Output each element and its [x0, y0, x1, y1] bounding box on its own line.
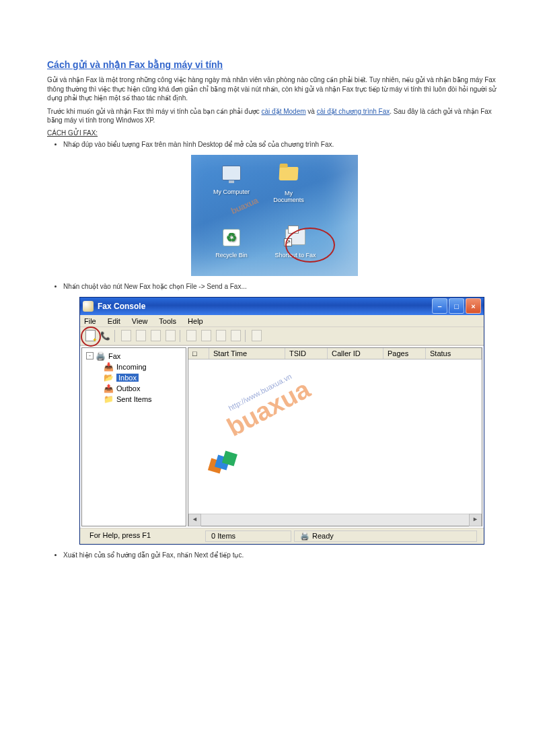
tree-root-label: Fax — [108, 352, 120, 360]
status-help-text: For Help, press F1 — [84, 530, 203, 542]
titlebar[interactable]: Fax Console – □ × — [80, 298, 484, 315]
watermark-logo: ◆◆◆ — [200, 440, 243, 480]
prereq-text-before: Trước khi muốn gửi và nhận Fax thì máy v… — [47, 108, 262, 115]
horizontal-scrollbar[interactable]: ◄ ► — [188, 514, 482, 526]
list-header: □ Start Time TSID Caller ID Pages Status — [188, 348, 482, 359]
toolbar-button-8[interactable] — [199, 329, 213, 343]
col-caller-id[interactable]: Caller ID — [328, 348, 383, 359]
outbox-icon: 📤 — [104, 384, 114, 393]
scroll-right-button[interactable]: ► — [469, 514, 482, 526]
prereq-text-mid: và — [306, 108, 317, 115]
menubar: File Edit View Tools Help — [80, 315, 484, 327]
toolbar-separator — [245, 330, 247, 342]
col-icon[interactable]: □ — [188, 348, 209, 359]
my-computer-label: My Computer — [211, 188, 252, 195]
sent-icon: 📁 — [104, 394, 114, 404]
recycle-bin-label: Recycle Bin — [211, 252, 252, 259]
scroll-left-button[interactable]: ◄ — [188, 514, 201, 526]
incoming-icon: 📥 — [104, 362, 114, 372]
toolbar-button-11[interactable] — [250, 329, 263, 343]
col-start-time[interactable]: Start Time — [209, 348, 285, 359]
printer-icon: 🖨️ — [300, 532, 309, 540]
watermark: http://www.buaxua.vn buaxua — [219, 367, 315, 442]
toolbar-new-fax-button[interactable]: ✦ — [83, 329, 97, 343]
tree-outbox-label: Outbox — [116, 384, 140, 392]
tree-incoming-label: Incoming — [116, 363, 147, 371]
fax-icon — [285, 229, 305, 245]
statusbar: For Help, press F1 0 Items 🖨️Ready — [80, 528, 484, 544]
app-icon — [83, 301, 94, 312]
status-ready: 🖨️Ready — [294, 530, 477, 542]
link-install-fax-program[interactable]: cài đặt chương trình Fax — [317, 108, 390, 115]
toolbar-button-4[interactable] — [134, 329, 147, 343]
fax-console-window: Fax Console – □ × File Edit View Tools H… — [79, 297, 484, 545]
menu-view[interactable]: View — [132, 317, 148, 325]
menu-file[interactable]: File — [84, 317, 96, 325]
col-status[interactable]: Status — [426, 348, 482, 359]
list-body: http://www.buaxua.vn buaxua ◆◆◆ — [188, 359, 482, 514]
tree-outbox[interactable]: 📤 Outbox — [83, 383, 184, 394]
toolbar-button-7[interactable] — [184, 329, 198, 343]
step-3: Xuất hiện cửa sổ hướng dẫn gửi Fax, nhấn… — [63, 551, 502, 559]
link-install-modem[interactable]: cài đặt Modem — [262, 108, 306, 115]
window-title: Fax Console — [98, 302, 145, 311]
toolbar-button-6[interactable] — [163, 329, 177, 343]
watermark: buaxua — [229, 195, 260, 216]
recycle-icon: ♻ — [223, 229, 240, 246]
menu-tools[interactable]: Tools — [159, 317, 176, 325]
toolbar-separator — [180, 330, 182, 342]
desktop-icon-my-computer[interactable]: My Computer — [211, 164, 252, 195]
desktop-icon-shortcut-to-fax[interactable]: Shortcut to Fax — [268, 228, 322, 259]
tree-inbox-label: Inbox — [116, 374, 139, 382]
tree-sent-label: Sent Items — [116, 395, 152, 403]
toolbar-button-9[interactable] — [214, 329, 227, 343]
content-area: - 🖨️ Fax 📥 Incoming 📂 Inbox 📤 Outbox — [80, 345, 484, 528]
maximize-button[interactable]: □ — [449, 298, 464, 314]
shortcut-to-fax-label: Shortcut to Fax — [268, 252, 322, 259]
tree-root-fax[interactable]: - 🖨️ Fax — [83, 351, 184, 362]
desktop-screenshot: My Computer My Documents ♻ Recycle Bin S… — [191, 155, 358, 276]
page-title: Cách gửi và nhận Fax bằng máy vi tính — [47, 59, 502, 70]
tree-incoming[interactable]: 📥 Incoming — [83, 362, 184, 372]
tree-inbox[interactable]: 📂 Inbox — [83, 372, 184, 383]
my-documents-label: My Documents — [268, 190, 309, 203]
message-list: □ Start Time TSID Caller ID Pages Status… — [188, 347, 482, 526]
step-1: Nhấp đúp vào biểu tượng Fax trên màn hìn… — [63, 141, 502, 148]
toolbar-button-3[interactable] — [119, 329, 133, 343]
menu-edit[interactable]: Edit — [108, 317, 120, 325]
folder-icon — [279, 167, 298, 180]
monitor-icon — [222, 166, 241, 180]
menu-help[interactable]: Help — [188, 317, 203, 325]
col-pages[interactable]: Pages — [383, 348, 426, 359]
close-button[interactable]: × — [466, 298, 481, 314]
collapse-icon[interactable]: - — [86, 352, 94, 359]
inbox-icon: 📂 — [104, 373, 114, 382]
desktop-icon-my-documents[interactable]: My Documents — [268, 164, 309, 203]
toolbar-receive-button[interactable]: 📞 — [98, 329, 112, 343]
col-tsid[interactable]: TSID — [285, 348, 328, 359]
toolbar-button-10[interactable] — [229, 329, 242, 343]
folder-tree[interactable]: - 🖨️ Fax 📥 Incoming 📂 Inbox 📤 Outbox — [81, 347, 186, 526]
tree-sent-items[interactable]: 📁 Sent Items — [83, 394, 184, 405]
fax-root-icon: 🖨️ — [96, 351, 106, 361]
section-heading-send-fax: CÁCH GỬI FAX: — [47, 129, 502, 137]
desktop-icon-recycle-bin[interactable]: ♻ Recycle Bin — [211, 228, 252, 259]
intro-paragraph: Gửi và nhận Fax là một trong những công … — [47, 75, 502, 103]
toolbar-button-5[interactable] — [149, 329, 162, 343]
toolbar-separator — [114, 330, 116, 342]
step-2: Nhấn chuột vào nút New Fax hoặc chọn Fil… — [63, 283, 502, 290]
status-item-count: 0 Items — [205, 530, 291, 542]
minimize-button[interactable]: – — [432, 298, 447, 314]
prereq-paragraph: Trước khi muốn gửi và nhận Fax thì máy v… — [47, 107, 502, 125]
toolbar: ✦ 📞 — [80, 327, 484, 345]
